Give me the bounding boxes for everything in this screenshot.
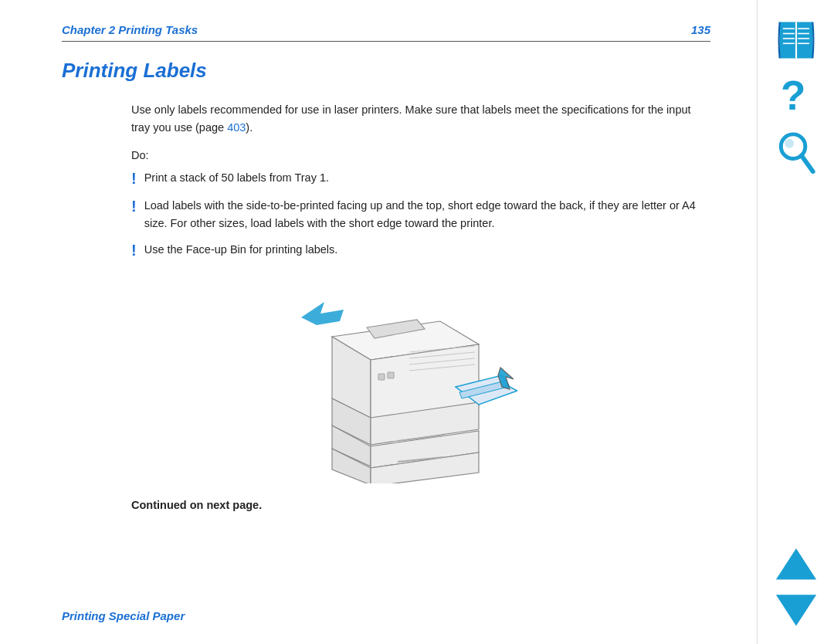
list-item: ! Load labels with the side-to-be-printe… xyxy=(131,197,710,232)
list-item: ! Print a stack of 50 labels from Tray 1… xyxy=(131,169,710,188)
help-icon[interactable]: ? xyxy=(771,73,821,122)
continued-text: Continued on next page. xyxy=(131,499,710,511)
bullet-text-2: Load labels with the side-to-be-printed … xyxy=(144,197,710,232)
intro-end: ). xyxy=(246,121,253,134)
svg-marker-21 xyxy=(775,595,815,625)
printer-image-area xyxy=(62,275,710,483)
svg-point-19 xyxy=(785,139,794,148)
bullet-icon: ! xyxy=(131,241,137,259)
bullet-text-1: Print a stack of 50 labels from Tray 1. xyxy=(144,169,329,186)
main-content: Chapter 2 Printing Tasks 135 Printing La… xyxy=(0,0,757,644)
printer-svg xyxy=(255,275,517,483)
header-chapter: Chapter 2 Printing Tasks xyxy=(62,23,198,36)
svg-marker-0 xyxy=(301,302,344,325)
sidebar: ? xyxy=(757,0,834,644)
header-line: Chapter 2 Printing Tasks 135 xyxy=(62,23,710,42)
svg-marker-20 xyxy=(775,548,815,579)
down-nav-icon[interactable] xyxy=(775,590,818,629)
bullet-icon: ! xyxy=(131,169,137,188)
up-nav-icon[interactable] xyxy=(775,544,818,582)
do-label: Do: xyxy=(131,149,710,161)
search-icon[interactable] xyxy=(771,130,821,179)
svg-text:?: ? xyxy=(780,73,805,118)
bullet-icon: ! xyxy=(131,197,137,215)
bullet-list: ! Print a stack of 50 labels from Tray 1… xyxy=(131,169,710,259)
page-title: Printing Labels xyxy=(62,59,710,83)
intro-text: Use only labels recommended for use in l… xyxy=(131,101,710,137)
svg-rect-7 xyxy=(388,372,394,378)
svg-line-18 xyxy=(801,155,812,171)
footer-text: Printing Special Paper xyxy=(62,609,185,622)
book-icon[interactable] xyxy=(771,15,821,65)
bullet-text-3: Use the Face-up Bin for printing labels. xyxy=(144,241,338,258)
svg-rect-6 xyxy=(378,374,385,380)
page-link[interactable]: 403 xyxy=(227,121,246,134)
printer-illustration xyxy=(255,275,517,483)
intro-start: Use only labels recommended for use in l… xyxy=(131,103,691,134)
list-item: ! Use the Face-up Bin for printing label… xyxy=(131,241,710,259)
header-page: 135 xyxy=(691,23,710,36)
